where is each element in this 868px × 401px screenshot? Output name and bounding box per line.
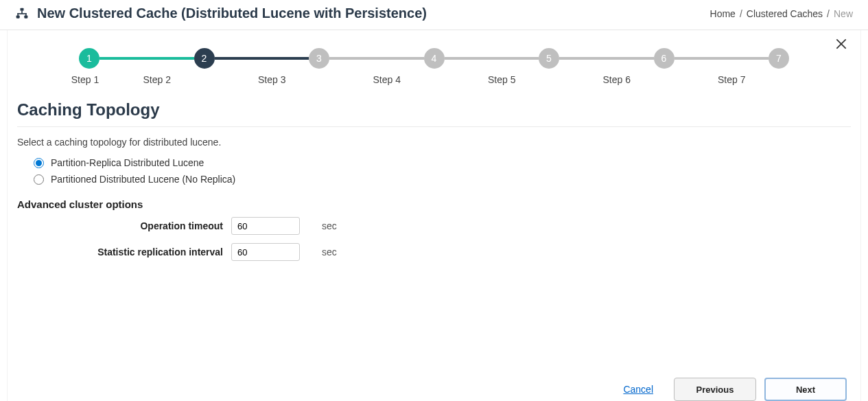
radio-label[interactable]: Partition-Replica Distributed Lucene <box>51 157 204 168</box>
step-circle: 7 <box>769 48 789 69</box>
svg-rect-4 <box>17 13 26 14</box>
breadcrumb-caches[interactable]: Clustered Caches <box>747 8 823 19</box>
topology-radio-group: Partition-Replica Distributed Lucene Par… <box>17 157 851 185</box>
advanced-options-title: Advanced cluster options <box>17 198 851 210</box>
step-label: Step 4 <box>373 74 401 85</box>
step-2[interactable]: 2 Step 2 <box>99 48 215 85</box>
page-header: New Clustered Cache (Distributed Lucene … <box>0 0 868 30</box>
stat-interval-label: Statistic replication interval <box>17 247 223 257</box>
step-circle: 6 <box>654 48 675 69</box>
step-label: Step 7 <box>718 74 745 85</box>
step-label: Step 6 <box>603 74 631 85</box>
radio-input[interactable] <box>34 174 44 185</box>
radio-partition-replica[interactable]: Partition-Replica Distributed Lucene <box>34 157 851 168</box>
breadcrumb-home[interactable]: Home <box>710 8 736 19</box>
breadcrumb-sep: / <box>740 8 742 19</box>
step-circle: 5 <box>539 48 559 69</box>
step-3[interactable]: 3 Step 3 <box>215 48 330 85</box>
wizard-footer: Cancel Previous Next <box>17 371 851 401</box>
operation-timeout-input[interactable] <box>231 217 300 235</box>
step-label: Step 3 <box>258 74 285 85</box>
step-connector <box>99 57 194 60</box>
step-circle: 4 <box>424 48 445 69</box>
previous-button[interactable]: Previous <box>674 378 756 401</box>
step-label: Step 5 <box>488 74 515 85</box>
advanced-options-form: Operation timeout sec Statistic replicat… <box>17 217 429 261</box>
cancel-link[interactable]: Cancel <box>623 384 653 395</box>
radio-partitioned-no-replica[interactable]: Partitioned Distributed Lucene (No Repli… <box>34 174 851 185</box>
radio-label[interactable]: Partitioned Distributed Lucene (No Repli… <box>51 174 235 185</box>
svg-rect-6 <box>25 13 27 16</box>
stepper: 1 Step 1 2 Step 2 3 Step 3 4 Step 4 <box>79 48 789 85</box>
step-connector <box>559 57 654 60</box>
radio-input[interactable] <box>34 158 44 168</box>
close-icon[interactable] <box>834 37 848 51</box>
wizard-panel: 1 Step 1 2 Step 2 3 Step 3 4 Step 4 <box>7 30 861 401</box>
page-title: New Clustered Cache (Distributed Lucene … <box>37 5 427 21</box>
divider <box>17 126 851 127</box>
step-label: Step 2 <box>143 74 171 85</box>
stat-interval-unit: sec <box>322 247 429 257</box>
step-connector <box>215 57 309 60</box>
step-4[interactable]: 4 Step 4 <box>329 48 445 85</box>
step-1[interactable]: 1 Step 1 <box>79 48 99 85</box>
svg-rect-5 <box>17 13 19 16</box>
step-circle: 1 <box>79 48 99 69</box>
section-title: Caching Topology <box>17 98 851 126</box>
operation-timeout-label: Operation timeout <box>17 220 223 231</box>
step-connector <box>445 57 539 60</box>
step-circle: 2 <box>194 48 215 69</box>
step-5[interactable]: 5 Step 5 <box>445 48 560 85</box>
instruction-text: Select a caching topology for distribute… <box>17 137 851 148</box>
step-7[interactable]: 7 Step 7 <box>675 48 790 85</box>
next-button[interactable]: Next <box>764 378 847 401</box>
breadcrumb-current: New <box>834 8 853 19</box>
sitemap-icon <box>15 7 29 21</box>
step-connector <box>675 57 769 60</box>
breadcrumb-sep: / <box>827 8 830 19</box>
step-label: Step 1 <box>71 74 99 85</box>
svg-rect-0 <box>21 8 24 10</box>
step-connector <box>329 57 424 60</box>
step-circle: 3 <box>309 48 329 69</box>
step-6[interactable]: 6 Step 6 <box>559 48 675 85</box>
stat-interval-input[interactable] <box>231 243 300 261</box>
operation-timeout-unit: sec <box>322 220 429 231</box>
breadcrumb: Home / Clustered Caches / New <box>710 8 853 19</box>
page-header-left: New Clustered Cache (Distributed Lucene … <box>15 5 710 21</box>
